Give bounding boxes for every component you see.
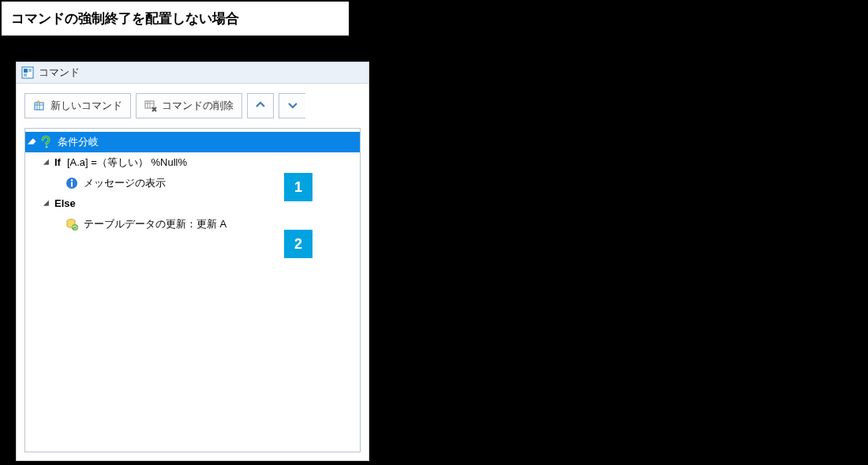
expand-toggle-icon[interactable] <box>43 201 52 209</box>
tree-node-conditional[interactable]: 条件分岐 <box>25 132 360 152</box>
delete-command-icon <box>144 99 157 112</box>
else-keyword: Else <box>54 196 76 212</box>
table-update-icon <box>65 217 79 231</box>
callout-label: 1 <box>294 179 302 196</box>
caption-text: コマンドの強制終了を配置しない場合 <box>11 11 239 26</box>
delete-command-button[interactable]: コマンドの削除 <box>136 93 242 118</box>
svg-rect-2 <box>28 69 32 72</box>
callout-label: 2 <box>294 236 302 253</box>
delete-command-label: コマンドの削除 <box>162 99 234 113</box>
toolbar: 新しいコマンド コマンドの削除 <box>17 84 369 128</box>
expand-toggle-icon[interactable] <box>43 159 52 168</box>
svg-point-11 <box>72 224 78 231</box>
expand-toggle-icon[interactable] <box>28 139 36 148</box>
svg-rect-8 <box>71 182 73 187</box>
if-keyword: If <box>54 155 61 171</box>
new-command-button[interactable]: 新しいコマンド <box>24 93 131 118</box>
caption-box: コマンドの強制終了を配置しない場合 <box>2 2 349 36</box>
panel-icon <box>21 66 34 79</box>
svg-rect-1 <box>24 69 28 73</box>
panel-header: コマンド <box>17 62 369 84</box>
if-expression: [A.a] =（等しい） %Null% <box>67 155 187 171</box>
callout-2: 2 <box>284 230 312 258</box>
panel-title: コマンド <box>39 66 80 80</box>
tree-node-label: 条件分岐 <box>56 134 99 150</box>
commands-panel: コマンド 新しいコマンド コマンドの削除 <box>16 62 369 461</box>
svg-rect-4 <box>35 103 43 110</box>
tree-node-if[interactable]: If [A.a] =（等しい） %Null% <box>25 152 360 173</box>
move-up-button[interactable] <box>247 93 274 118</box>
svg-point-6 <box>45 145 47 148</box>
info-icon <box>65 176 79 190</box>
new-command-label: 新しいコマンド <box>51 99 122 113</box>
tree-node-label: メッセージの表示 <box>82 175 166 191</box>
svg-rect-3 <box>24 73 27 77</box>
chevron-down-icon <box>288 100 297 112</box>
move-down-button[interactable] <box>279 93 305 118</box>
tree-node-label: テーブルデータの更新：更新 A <box>82 216 226 232</box>
new-command-icon <box>33 99 46 112</box>
svg-point-9 <box>71 179 73 181</box>
callout-1: 1 <box>284 173 312 201</box>
command-tree[interactable]: 条件分岐 If [A.a] =（等しい） %Null% メッセージの表示 <box>24 128 361 452</box>
chevron-up-icon <box>256 100 265 112</box>
question-icon <box>39 135 53 149</box>
